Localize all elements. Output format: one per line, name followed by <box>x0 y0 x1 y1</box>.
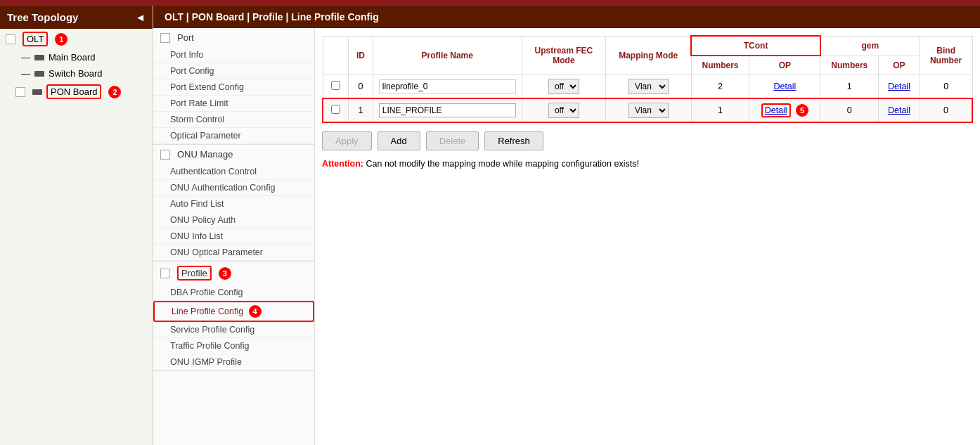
nav-item-port-config[interactable]: Port Config <box>153 63 314 79</box>
apply-button[interactable]: Apply <box>322 131 372 150</box>
olt-checkbox[interactable] <box>6 34 15 44</box>
delete-button[interactable]: Delete <box>426 131 479 150</box>
col-header-tcont-op: OP <box>749 56 820 75</box>
top-bar <box>0 0 980 6</box>
row0-profile-name[interactable] <box>379 79 516 93</box>
col-header-gem: gem <box>820 36 920 56</box>
refresh-button[interactable]: Refresh <box>484 131 543 150</box>
olt-badge: 1 <box>55 33 67 46</box>
pon-board-checkbox[interactable] <box>15 87 25 97</box>
main-layout: Tree Topology ◄ OLT 1 — Main Board — Swi… <box>0 6 980 445</box>
pon-board-icon <box>32 89 42 95</box>
col-header-id: ID <box>349 36 373 75</box>
switch-board-icon <box>34 71 44 77</box>
right-panel: ID Profile Name Upstream FECMode Mapping… <box>315 28 980 445</box>
add-button[interactable]: Add <box>378 131 420 150</box>
port-section-checkbox[interactable] <box>160 33 170 43</box>
nav-item-port-info[interactable]: Port Info <box>153 47 314 63</box>
row1-bind-number: 0 <box>920 98 972 122</box>
sidebar-item-pon-board[interactable]: PON Board 2 <box>0 82 153 102</box>
row0-tcont-numbers: 2 <box>691 75 749 99</box>
row1-upstream-fec[interactable]: off on <box>548 103 579 118</box>
col-header-gem-numbers: Numbers <box>820 56 879 75</box>
switch-board-label: Switch Board <box>49 68 103 79</box>
nav-item-authentication-control[interactable]: Authentication Control <box>153 164 314 180</box>
row1-checkbox[interactable] <box>331 105 340 114</box>
nav-section-profile: Profile 3 DBA Profile Config Line Profil… <box>153 262 314 371</box>
col-header-profile-name: Profile Name <box>373 36 522 75</box>
onu-manage-checkbox[interactable] <box>160 150 170 160</box>
nav-item-dba-profile-config[interactable]: DBA Profile Config <box>153 285 314 301</box>
nav-item-auto-find-list[interactable]: Auto Find List <box>153 196 314 212</box>
col-header-bind: BindNumber <box>920 36 972 75</box>
attention-label: Attention: <box>322 159 363 169</box>
row0-tcont-op[interactable]: Detail <box>773 82 796 91</box>
table-row: 0 off on Vlan Gem <box>323 75 972 99</box>
breadcrumb: OLT | PON Board | Profile | Line Profile… <box>153 6 980 28</box>
sidebar-title: Tree Topology <box>7 11 78 23</box>
nav-port-label: Port <box>177 32 194 43</box>
button-row: Apply Add Delete Refresh <box>322 131 973 150</box>
col-header-tcont: TCont <box>691 36 820 56</box>
col-header-tcont-numbers: Numbers <box>691 56 749 75</box>
col-header-upstream-fec: Upstream FECMode <box>522 36 605 75</box>
nav-item-optical-parameter[interactable]: Optical Parameter <box>153 128 314 144</box>
row0-bind-number: 0 <box>920 75 972 99</box>
profile-section-badge: 3 <box>219 267 231 280</box>
left-nav: Port Port Info Port Config Port Extend C… <box>153 28 315 445</box>
nav-section-onu-manage-header[interactable]: ONU Manage <box>153 145 314 164</box>
sidebar-header: Tree Topology ◄ <box>0 6 153 29</box>
row1-gem-numbers: 0 <box>820 98 879 122</box>
col-header-checkbox <box>323 36 349 75</box>
row0-gem-numbers: 1 <box>820 75 879 99</box>
content-body: Port Port Info Port Config Port Extend C… <box>153 28 980 445</box>
nav-section-port-header[interactable]: Port <box>153 28 314 47</box>
sidebar-arrow-icon: ◄ <box>135 11 146 23</box>
nav-item-onu-igmp-profile[interactable]: ONU IGMP Profile <box>153 354 314 370</box>
sidebar-item-main-board[interactable]: — Main Board <box>0 49 153 65</box>
nav-profile-label[interactable]: Profile <box>177 266 212 280</box>
row1-mapping-mode[interactable]: Vlan Gem <box>628 103 669 118</box>
row0-gem-op[interactable]: Detail <box>888 82 910 91</box>
line-profile-table: ID Profile Name Upstream FECMode Mapping… <box>322 35 973 123</box>
col-header-mapping-mode: Mapping Mode <box>606 36 692 75</box>
attention-row: Attention: Can not modify the mapping mo… <box>322 159 973 169</box>
row1-profile-name[interactable] <box>379 103 516 117</box>
sidebar: Tree Topology ◄ OLT 1 — Main Board — Swi… <box>0 6 153 445</box>
nav-item-onu-info-list[interactable]: ONU Info List <box>153 228 314 245</box>
nav-item-service-profile-config[interactable]: Service Profile Config <box>153 322 314 338</box>
nav-item-onu-policy-auth[interactable]: ONU Policy Auth <box>153 212 314 228</box>
attention-message: Can not modify the mapping mode while ma… <box>366 159 639 169</box>
nav-item-traffic-profile-config[interactable]: Traffic Profile Config <box>153 338 314 354</box>
sidebar-item-switch-board[interactable]: — Switch Board <box>0 65 153 82</box>
sidebar-content: OLT 1 — Main Board — Switch Board PON Bo… <box>0 29 153 445</box>
row1-gem-op[interactable]: Detail <box>888 105 910 115</box>
olt-label[interactable]: OLT <box>22 32 48 46</box>
row0-mapping-mode[interactable]: Vlan Gem <box>628 79 669 94</box>
row0-checkbox[interactable] <box>331 81 340 90</box>
row0-id: 0 <box>349 75 373 99</box>
nav-item-storm-control[interactable]: Storm Control <box>153 112 314 128</box>
col-header-gem-op: OP <box>879 56 920 75</box>
line-profile-badge: 4 <box>249 305 262 318</box>
nav-item-onu-auth-config[interactable]: ONU Authentication Config <box>153 180 314 196</box>
nav-section-onu-manage: ONU Manage Authentication Control ONU Au… <box>153 145 314 262</box>
row1-tcont-op[interactable]: Detail <box>761 103 791 117</box>
nav-item-line-profile-config[interactable]: Line Profile Config 4 <box>153 301 314 322</box>
main-board-icon <box>34 55 44 60</box>
content: OLT | PON Board | Profile | Line Profile… <box>153 6 980 445</box>
nav-item-port-extend-config[interactable]: Port Extend Config <box>153 79 314 96</box>
nav-item-port-rate-limit[interactable]: Port Rate Limit <box>153 96 314 112</box>
nav-onu-manage-label: ONU Manage <box>177 149 233 160</box>
nav-item-onu-optical-parameter[interactable]: ONU Optical Parameter <box>153 245 314 261</box>
sidebar-item-olt[interactable]: OLT 1 <box>0 29 153 49</box>
detail-badge-5: 5 <box>796 104 808 117</box>
row1-id: 1 <box>349 98 373 122</box>
pon-board-label[interactable]: PON Board <box>46 84 101 99</box>
row0-upstream-fec[interactable]: off on <box>548 79 579 94</box>
main-board-label: Main Board <box>49 52 95 63</box>
row1-tcont-numbers: 1 <box>691 98 749 122</box>
profile-section-checkbox[interactable] <box>160 269 170 278</box>
nav-section-profile-header[interactable]: Profile 3 <box>153 262 314 285</box>
table-row: 1 off on Vlan Gem <box>323 98 972 122</box>
